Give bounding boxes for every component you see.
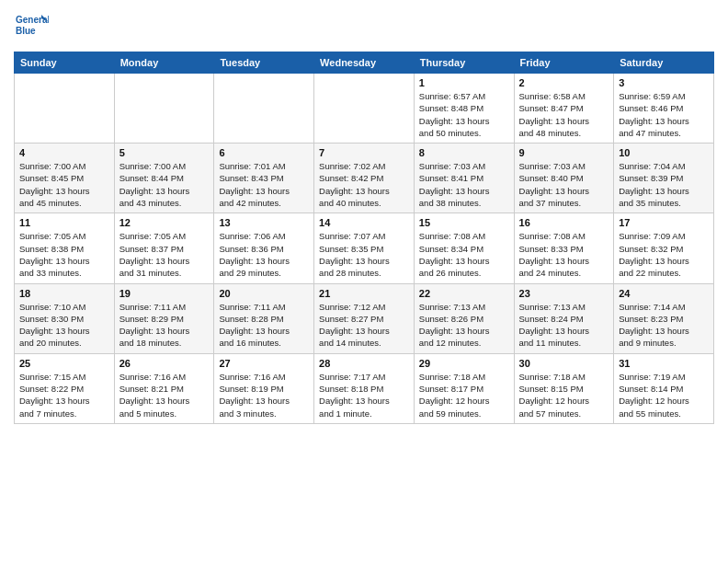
calendar-row: 25Sunrise: 7:15 AMSunset: 8:22 PMDayligh… [15,353,714,423]
cell-sun-info: Sunrise: 7:12 AMSunset: 8:27 PMDaylight:… [319,301,409,350]
calendar-cell: 2Sunrise: 6:58 AMSunset: 8:47 PMDaylight… [514,74,614,144]
calendar-cell: 11Sunrise: 7:05 AMSunset: 8:38 PMDayligh… [15,213,115,283]
cell-day-number: 27 [219,358,309,369]
cell-sun-info: Sunrise: 7:08 AMSunset: 8:34 PMDaylight:… [419,230,509,279]
calendar-cell [114,74,214,144]
calendar-cell: 3Sunrise: 6:59 AMSunset: 8:46 PMDaylight… [614,74,714,144]
calendar-cell: 1Sunrise: 6:57 AMSunset: 8:48 PMDaylight… [414,74,514,144]
logo: General Blue [14,9,49,44]
calendar-cell: 4Sunrise: 7:00 AMSunset: 8:45 PMDaylight… [15,144,115,213]
calendar-cell: 15Sunrise: 7:08 AMSunset: 8:34 PMDayligh… [414,213,514,283]
calendar-table: SundayMondayTuesdayWednesdayThursdayFrid… [14,52,714,424]
weekday-header-cell: Wednesday [314,52,415,74]
calendar-cell: 23Sunrise: 7:13 AMSunset: 8:24 PMDayligh… [514,283,614,353]
cell-day-number: 2 [519,77,609,88]
calendar-cell: 25Sunrise: 7:15 AMSunset: 8:22 PMDayligh… [15,353,115,423]
calendar-cell: 19Sunrise: 7:11 AMSunset: 8:29 PMDayligh… [114,283,214,353]
cell-day-number: 7 [319,147,409,158]
cell-sun-info: Sunrise: 7:16 AMSunset: 8:19 PMDaylight:… [219,371,309,419]
cell-day-number: 3 [619,77,709,88]
cell-sun-info: Sunrise: 7:11 AMSunset: 8:29 PMDaylight:… [119,301,210,350]
calendar-row: 18Sunrise: 7:10 AMSunset: 8:30 PMDayligh… [15,283,714,353]
cell-sun-info: Sunrise: 7:08 AMSunset: 8:33 PMDaylight:… [519,230,609,279]
cell-sun-info: Sunrise: 7:03 AMSunset: 8:41 PMDaylight:… [419,160,509,209]
cell-day-number: 30 [519,358,609,369]
svg-text:Blue: Blue [16,26,36,36]
calendar-cell: 17Sunrise: 7:09 AMSunset: 8:32 PMDayligh… [614,213,714,283]
calendar-row: 1Sunrise: 6:57 AMSunset: 8:48 PMDaylight… [15,74,714,144]
weekday-header-cell: Saturday [614,52,714,74]
calendar-cell: 26Sunrise: 7:16 AMSunset: 8:21 PMDayligh… [114,353,214,423]
svg-text:General: General [16,15,49,25]
cell-day-number: 23 [519,288,609,299]
cell-day-number: 8 [419,147,509,158]
cell-sun-info: Sunrise: 7:17 AMSunset: 8:18 PMDaylight:… [319,371,409,419]
calendar-cell: 8Sunrise: 7:03 AMSunset: 8:41 PMDaylight… [414,144,514,213]
cell-sun-info: Sunrise: 7:05 AMSunset: 8:38 PMDaylight:… [19,230,109,279]
cell-day-number: 11 [19,217,109,228]
cell-sun-info: Sunrise: 7:04 AMSunset: 8:39 PMDaylight:… [619,160,709,209]
cell-sun-info: Sunrise: 6:57 AMSunset: 8:48 PMDaylight:… [419,90,509,139]
calendar-row: 4Sunrise: 7:00 AMSunset: 8:45 PMDaylight… [15,144,714,213]
weekday-header-cell: Friday [514,52,614,74]
cell-sun-info: Sunrise: 7:01 AMSunset: 8:43 PMDaylight:… [219,160,309,209]
calendar-cell: 5Sunrise: 7:00 AMSunset: 8:44 PMDaylight… [114,144,214,213]
calendar-cell: 21Sunrise: 7:12 AMSunset: 8:27 PMDayligh… [314,283,415,353]
cell-sun-info: Sunrise: 7:11 AMSunset: 8:28 PMDaylight:… [219,301,309,350]
calendar-cell: 24Sunrise: 7:14 AMSunset: 8:23 PMDayligh… [614,283,714,353]
cell-day-number: 4 [19,147,109,158]
cell-day-number: 5 [119,147,210,158]
cell-sun-info: Sunrise: 7:03 AMSunset: 8:40 PMDaylight:… [519,160,609,209]
calendar-cell: 31Sunrise: 7:19 AMSunset: 8:14 PMDayligh… [614,353,714,423]
cell-day-number: 17 [619,217,709,228]
calendar-cell: 20Sunrise: 7:11 AMSunset: 8:28 PMDayligh… [214,283,314,353]
calendar-cell: 18Sunrise: 7:10 AMSunset: 8:30 PMDayligh… [15,283,115,353]
calendar-cell: 9Sunrise: 7:03 AMSunset: 8:40 PMDaylight… [514,144,614,213]
weekday-header-cell: Tuesday [214,52,314,74]
cell-sun-info: Sunrise: 7:15 AMSunset: 8:22 PMDaylight:… [19,371,109,419]
cell-day-number: 29 [419,358,509,369]
cell-sun-info: Sunrise: 7:02 AMSunset: 8:42 PMDaylight:… [319,160,409,209]
cell-day-number: 31 [619,358,709,369]
cell-day-number: 24 [619,288,709,299]
calendar-cell: 29Sunrise: 7:18 AMSunset: 8:17 PMDayligh… [414,353,514,423]
cell-day-number: 26 [119,358,210,369]
cell-sun-info: Sunrise: 7:07 AMSunset: 8:35 PMDaylight:… [319,230,409,279]
cell-day-number: 20 [219,288,309,299]
calendar-body: 1Sunrise: 6:57 AMSunset: 8:48 PMDaylight… [15,74,714,424]
cell-sun-info: Sunrise: 7:00 AMSunset: 8:44 PMDaylight:… [119,160,210,209]
weekday-header-cell: Monday [114,52,214,74]
cell-day-number: 22 [419,288,509,299]
calendar-cell: 27Sunrise: 7:16 AMSunset: 8:19 PMDayligh… [214,353,314,423]
calendar-cell [214,74,314,144]
weekday-header-cell: Thursday [414,52,514,74]
cell-sun-info: Sunrise: 7:06 AMSunset: 8:36 PMDaylight:… [219,230,309,279]
cell-sun-info: Sunrise: 7:00 AMSunset: 8:45 PMDaylight:… [19,160,109,209]
cell-day-number: 13 [219,217,309,228]
logo-svg: General Blue [14,9,49,44]
cell-sun-info: Sunrise: 7:05 AMSunset: 8:37 PMDaylight:… [119,230,210,279]
cell-day-number: 28 [319,358,409,369]
calendar-cell: 14Sunrise: 7:07 AMSunset: 8:35 PMDayligh… [314,213,415,283]
cell-sun-info: Sunrise: 7:18 AMSunset: 8:17 PMDaylight:… [419,371,509,419]
cell-sun-info: Sunrise: 7:09 AMSunset: 8:32 PMDaylight:… [619,230,709,279]
cell-sun-info: Sunrise: 7:13 AMSunset: 8:26 PMDaylight:… [419,301,509,350]
cell-sun-info: Sunrise: 7:16 AMSunset: 8:21 PMDaylight:… [119,371,210,419]
calendar-cell [314,74,415,144]
cell-sun-info: Sunrise: 7:13 AMSunset: 8:24 PMDaylight:… [519,301,609,350]
cell-day-number: 19 [119,288,210,299]
calendar-cell: 28Sunrise: 7:17 AMSunset: 8:18 PMDayligh… [314,353,415,423]
cell-day-number: 18 [19,288,109,299]
calendar-cell [15,74,115,144]
cell-sun-info: Sunrise: 7:19 AMSunset: 8:14 PMDaylight:… [619,371,709,419]
cell-day-number: 16 [519,217,609,228]
logo-text-block: General Blue [14,9,49,44]
calendar-cell: 13Sunrise: 7:06 AMSunset: 8:36 PMDayligh… [214,213,314,283]
calendar-cell: 30Sunrise: 7:18 AMSunset: 8:15 PMDayligh… [514,353,614,423]
cell-sun-info: Sunrise: 7:14 AMSunset: 8:23 PMDaylight:… [619,301,709,350]
cell-sun-info: Sunrise: 7:18 AMSunset: 8:15 PMDaylight:… [519,371,609,419]
calendar-cell: 22Sunrise: 7:13 AMSunset: 8:26 PMDayligh… [414,283,514,353]
cell-day-number: 1 [419,77,509,88]
cell-sun-info: Sunrise: 6:59 AMSunset: 8:46 PMDaylight:… [619,90,709,139]
calendar-cell: 12Sunrise: 7:05 AMSunset: 8:37 PMDayligh… [114,213,214,283]
